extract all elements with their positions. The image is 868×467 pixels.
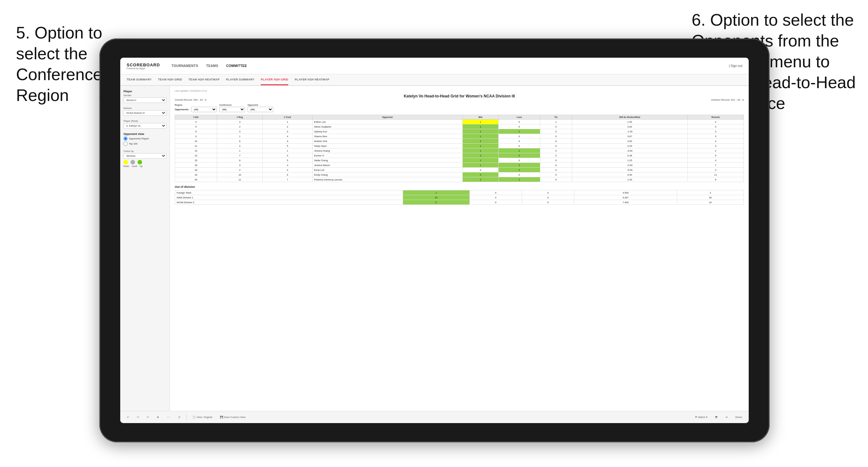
sidebar-gender-select[interactable]: Women's (123, 97, 166, 103)
cell-loss: 1 (499, 177, 540, 182)
cell-reg: 1 (217, 134, 262, 139)
cell-win: 1 (462, 124, 499, 129)
cell-opponent: Eunice Yi (312, 153, 462, 158)
filter-row: Region Opponents: (All) Conference (All) (175, 104, 744, 112)
cell-div: 10 (175, 139, 217, 144)
out-of-division-table: Foreign Team 1 0 0 4.500 2 NAIA Division… (175, 190, 744, 205)
table-row: 6 3 3 Sydney Kuo 1 1 0 -1.00 3 (175, 129, 744, 134)
cell-diff: 3.33 (572, 144, 687, 148)
toolbar-undo[interactable]: ↩ (125, 415, 131, 419)
data-header: Last Updated: 27/03/2024 14:14 (175, 90, 744, 92)
cell-win: 1 (462, 134, 499, 139)
cell-reg: 7 (217, 153, 262, 158)
toolbar-target[interactable]: ⊙ (176, 415, 182, 419)
sidebar-radio-top100[interactable]: Top 100 (123, 142, 166, 146)
cell-loss: 0 (499, 120, 540, 124)
cell-tie: 0 (540, 148, 572, 153)
filter-opponents-select[interactable]: (All) (191, 107, 217, 112)
toolbar-view-original[interactable]: 📋 View: Original (190, 415, 214, 419)
cell-rounds: 6 (687, 177, 744, 182)
colour-label-up: Up (140, 165, 143, 167)
nav-tournaments[interactable]: TOURNAMENTS (172, 64, 198, 68)
sidebar-gender-label: Gender (123, 94, 166, 97)
toolbar-add[interactable]: ⊕ (155, 415, 161, 419)
cell-opponent: Federica Domecq Lacroze (312, 177, 462, 182)
cell-tie: 0 (540, 168, 572, 173)
table-row: 18 2 2 Euna Lee 0 3 0 -5.00 2 (175, 168, 744, 173)
cell-win: 2 (462, 177, 499, 182)
ood-loss: 0 (469, 190, 522, 195)
overall-record: Overall Record: 353 - 34 - 6 (175, 98, 207, 101)
sidebar-division-label: Division (123, 107, 166, 110)
cell-loss: 0 (499, 158, 540, 163)
sub-nav-team-h2h-heatmap[interactable]: TEAM H2H HEATMAP (189, 74, 220, 85)
cell-opponent: Jessica Mason (312, 163, 462, 168)
ood-rounds: 30 (677, 195, 744, 200)
out-of-division-row: NCAA Division 2 5 0 0 7.400 10 (175, 200, 744, 205)
sidebar-player-rank-select[interactable]: 8. Katelyn Vo (123, 123, 166, 128)
toolbar-move[interactable]: ↔ · (165, 415, 173, 419)
table-row: 11 2 5 Heejo Hyun 1 0 0 3.33 3 (175, 144, 744, 148)
toolbar-redo1[interactable]: ↪ (135, 415, 141, 419)
cell-div: 19 (175, 173, 217, 177)
sub-nav-player-summary[interactable]: PLAYER SUMMARY (226, 74, 255, 85)
filter-conference-select[interactable]: (All) (219, 107, 245, 112)
sidebar-division-select[interactable]: NCAA Division III (123, 110, 166, 116)
sub-nav-team-h2h-grid[interactable]: TEAM H2H GRID (158, 74, 182, 85)
sidebar-radio-opponents-played[interactable]: Opponents Played (123, 136, 166, 141)
sub-nav-player-h2h-heatmap[interactable]: PLAYER H2H HEATMAP (295, 74, 329, 85)
cell-diff: 0.38 (572, 153, 687, 158)
out-of-division-row: NAIA Division 1 15 0 0 9.267 30 (175, 195, 744, 200)
cell-opponent: Euna Lee (312, 168, 462, 173)
cell-conf: 4 (262, 153, 312, 158)
sidebar: Player Gender Women's Division NCAA Divi… (120, 86, 170, 411)
cell-loss: 2 (499, 153, 540, 158)
toolbar-share[interactable]: Share (733, 415, 744, 419)
cell-diff: 4.00 (572, 124, 687, 129)
toolbar-export[interactable]: ⇥ (723, 415, 730, 419)
table-row: 19 10 6 Emily Chang 4 0 0 0.30 11 (175, 173, 744, 177)
toolbar-watch[interactable]: 👁 Watch ▾ (693, 415, 709, 419)
data-table: # Div # Reg # Conf Opponent Win Loss Tie… (175, 115, 744, 182)
nav-committee[interactable]: COMMITTEE (226, 64, 247, 68)
cell-rounds: 11 (687, 173, 744, 177)
cell-loss: 2 (499, 163, 540, 168)
table-row: 3 3 1 Esther Lee 1 0 1 1.50 4 (175, 120, 744, 124)
cell-rounds: 2 (687, 148, 744, 153)
nav-teams[interactable]: TEAMS (206, 64, 218, 68)
cell-loss: 3 (499, 168, 540, 173)
toolbar-layout[interactable]: ⬒ (713, 415, 719, 419)
nav-signin[interactable]: | Sign out (729, 64, 742, 68)
cell-reg: 3 (217, 120, 262, 124)
cell-loss: 0 (499, 144, 540, 148)
toolbar-save-custom[interactable]: 💾 Save Custom View (218, 415, 248, 419)
ood-loss: 0 (469, 195, 522, 200)
cell-win: 1 (462, 120, 499, 124)
cell-loss: 1 (499, 148, 540, 153)
cell-opponent: Andrea York (312, 139, 462, 144)
cell-diff: -3.00 (572, 148, 687, 153)
th-conf: # Conf (262, 115, 312, 120)
cell-rounds: 3 (687, 144, 744, 148)
sidebar-colour-by-select[interactable]: Win/loss (123, 153, 166, 159)
cell-loss: 0 (499, 124, 540, 129)
toolbar-undo2[interactable]: ↩ (145, 415, 151, 419)
cell-opponent: Stella Cheng (312, 158, 462, 163)
colour-level (130, 160, 135, 164)
ood-diff: 4.500 (574, 190, 677, 195)
cell-div: 9 (175, 134, 217, 139)
ood-opponent: NAIA Division 1 (175, 195, 403, 200)
tablet-frame: SCOREBOARD Powered by clippd TOURNAMENTS… (99, 38, 770, 442)
cell-diff: 1.50 (572, 120, 687, 124)
logo-text: SCOREBOARD (127, 62, 162, 67)
cell-rounds: 3 (687, 134, 744, 139)
sub-nav-team-summary[interactable]: TEAM SUMMARY (127, 74, 152, 85)
sub-nav-player-h2h-grid[interactable]: PLAYER H2H GRID (261, 74, 288, 85)
cell-loss: 1 (499, 129, 540, 134)
th-loss: Loss (499, 115, 540, 120)
table-row: 5 2 2 Alexis Sudjianto 1 0 0 4.00 3 (175, 124, 744, 129)
last-updated: Last Updated: 27/03/2024 14:14 (175, 90, 207, 92)
filter-opponent-select[interactable]: (All) (248, 107, 273, 112)
top-nav: SCOREBOARD Powered by clippd TOURNAMENTS… (120, 58, 749, 74)
cell-rounds: 4 (687, 120, 744, 124)
